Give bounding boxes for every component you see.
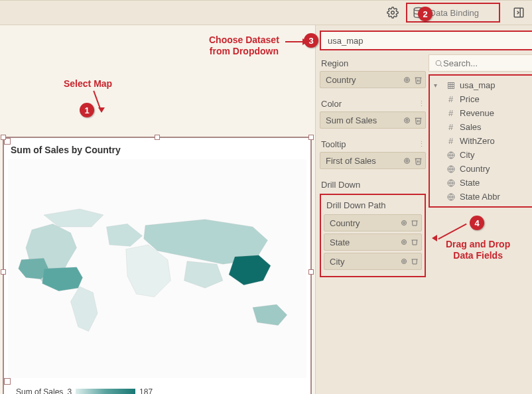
collapse-panel-button[interactable] [511, 5, 527, 21]
trash-icon[interactable] [414, 157, 423, 165]
table-icon [446, 82, 456, 90]
caret-down-icon[interactable]: ▾ [434, 82, 442, 89]
field-list: ▾ usa_map #Price #Revenue #Sales #WithZe… [429, 74, 532, 208]
field-item[interactable]: Country [431, 162, 532, 176]
resize-handle[interactable] [308, 135, 314, 140]
dataset-dropdown[interactable]: usa_map ✕ ▾ [320, 31, 532, 50]
drilldown-path-group[interactable]: Drill Down Path Country State City [320, 194, 426, 277]
number-icon: # [446, 136, 456, 146]
number-icon: # [446, 94, 456, 104]
drag-dots-icon[interactable]: ⋮ [418, 140, 425, 149]
gear-icon[interactable] [403, 76, 411, 84]
svg-point-4 [406, 78, 408, 80]
dataset-selected: usa_map [328, 36, 363, 46]
design-canvas[interactable]: Sum of Sales by Country [0, 25, 315, 394]
search-input[interactable] [443, 58, 532, 68]
resize-handle[interactable] [155, 135, 160, 140]
globe-icon [446, 193, 456, 201]
map-legend: Sum of Sales 3 187 [11, 385, 158, 394]
panel-collapse-icon [513, 7, 525, 19]
settings-button[interactable] [383, 3, 402, 22]
tooltip-binding-pill[interactable]: First of Sales [320, 152, 426, 169]
trash-icon[interactable] [414, 116, 423, 125]
map-chart-widget[interactable]: Sum of Sales by Country [3, 137, 312, 394]
svg-line-11 [440, 65, 442, 66]
dataset-tree-node[interactable]: ▾ usa_map [431, 78, 532, 92]
gear-icon [387, 7, 399, 19]
svg-rect-12 [448, 82, 454, 88]
color-section-label: Color⋮ [320, 95, 426, 111]
svg-point-6 [406, 159, 408, 161]
drilldown-pill[interactable]: State [324, 233, 422, 251]
legend-min: 3 [67, 387, 72, 394]
resize-handle[interactable] [1, 269, 6, 275]
svg-point-8 [403, 241, 405, 243]
search-box[interactable] [429, 54, 532, 72]
globe-icon [446, 179, 456, 187]
resize-handle[interactable] [1, 135, 6, 140]
field-item[interactable]: State Abbr [431, 190, 532, 204]
field-item[interactable]: #Sales [431, 120, 532, 134]
resize-handle[interactable] [308, 269, 314, 275]
binding-slots: Region Country Color⋮ Sum of Sales [316, 54, 427, 394]
drilldown-path-label: Drill Down Path [324, 198, 422, 214]
gear-icon[interactable] [400, 257, 408, 265]
trash-icon[interactable] [411, 219, 419, 227]
number-icon: # [446, 122, 456, 132]
field-item[interactable]: State [431, 176, 532, 190]
legend-label: Sum of Sales [16, 387, 63, 394]
drag-dots-icon[interactable]: ⋮ [418, 99, 425, 108]
legend-max: 187 [139, 387, 153, 394]
gear-icon[interactable] [400, 238, 408, 246]
data-binding-tab[interactable]: Data Binding [406, 3, 500, 23]
trash-icon[interactable] [411, 257, 419, 265]
trash-icon[interactable] [411, 238, 419, 246]
chart-title: Sum of Sales by Country [4, 138, 310, 159]
drilldown-section-label: Drill Down [320, 176, 426, 192]
drilldown-pill[interactable]: Country [324, 214, 422, 231]
search-icon [434, 59, 443, 68]
fields-panel: ▾ usa_map #Price #Revenue #Sales #WithZe… [427, 54, 532, 394]
svg-point-9 [403, 261, 405, 263]
drilldown-pill[interactable]: City [324, 253, 422, 270]
number-icon: # [446, 108, 456, 118]
field-item[interactable]: #Price [431, 92, 532, 106]
svg-point-5 [406, 119, 408, 121]
gear-icon[interactable] [400, 219, 408, 227]
gear-icon[interactable] [403, 116, 411, 125]
map-plot-area [8, 159, 306, 378]
trash-icon[interactable] [414, 76, 423, 84]
svg-point-0 [391, 11, 394, 15]
field-item[interactable]: City [431, 148, 532, 162]
field-item[interactable]: #WithZero [431, 134, 532, 148]
field-item[interactable]: #Revenue [431, 106, 532, 120]
svg-point-1 [414, 8, 423, 11]
tooltip-section-label: Tooltip⋮ [320, 135, 426, 152]
region-section-label: Region [320, 54, 426, 71]
top-toolbar: Data Binding [0, 0, 532, 25]
gear-icon[interactable] [403, 157, 411, 165]
legend-gradient [76, 389, 135, 394]
data-binding-label: Data Binding [430, 8, 479, 18]
globe-icon [446, 151, 456, 159]
data-binding-panel: usa_map ✕ ▾ Region Country Color⋮ Sum of [315, 25, 532, 394]
region-binding-pill[interactable]: Country [320, 71, 426, 88]
svg-point-10 [436, 60, 441, 66]
color-binding-pill[interactable]: Sum of Sales [320, 111, 426, 129]
svg-point-7 [403, 222, 405, 224]
database-icon [413, 7, 425, 19]
globe-icon [446, 165, 456, 173]
